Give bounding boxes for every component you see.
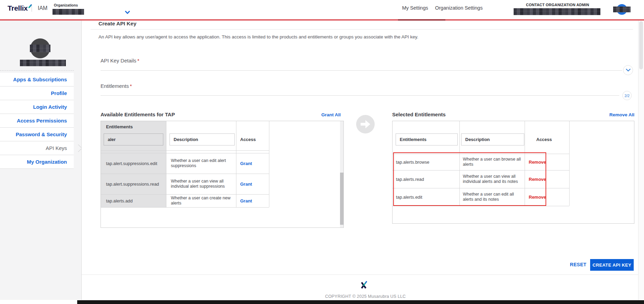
organization-name-redacted[interactable] <box>52 9 84 15</box>
page-scrollbar[interactable] <box>638 20 644 300</box>
entitlement-description: Whether a user can edit all alerts and i… <box>463 188 525 206</box>
reset-button[interactable]: RESET <box>570 262 586 267</box>
avatar-redacted <box>613 7 631 12</box>
entitlement-description: Whether a user can browse all alerts <box>463 154 525 170</box>
sidebar-item-label: Apps & Subscriptions <box>13 77 67 82</box>
column-header-entitlements: Entitlements <box>106 124 133 129</box>
remove-link[interactable]: Remove <box>529 188 563 206</box>
trellix-logo[interactable]: Trellix <box>8 4 28 12</box>
organizations-label: Organizations <box>54 3 78 7</box>
remove-link[interactable]: Remove <box>529 170 563 188</box>
page-description: An API key allows any user/agent to acce… <box>98 34 418 39</box>
grant-all-link[interactable]: Grant All <box>321 112 341 117</box>
sidebar: Apps & Subscriptions Profile Login Activ… <box>0 20 82 300</box>
selected-entitlements-table: Entitlements Description Access tap.aler… <box>392 121 634 224</box>
available-entitlements-title: Available Entitlements for TAP <box>101 112 175 117</box>
entitlement-description: Whether a user can view all individual a… <box>463 170 525 188</box>
product-name: IAM <box>38 5 47 11</box>
create-api-key-button[interactable]: CREATE API KEY <box>590 259 634 271</box>
sidebar-item-access-permissions[interactable]: Access Permissions <box>0 114 74 128</box>
active-item-pointer-icon <box>74 144 82 152</box>
sidebar-item-login-activity[interactable]: Login Activity <box>0 100 74 114</box>
create-api-key-panel: Create API Key An API key allows any use… <box>82 20 638 275</box>
top-header: Trellix IAM Organizations My Settings Or… <box>0 0 644 19</box>
move-to-selected-button[interactable] <box>356 115 375 134</box>
page-scrollbar-thumb[interactable] <box>639 21 643 69</box>
row-divider <box>101 207 269 208</box>
description-filter-input[interactable]: Description <box>169 133 235 145</box>
entitlement-description: Whether a user can view all individual a… <box>171 174 233 194</box>
entitlement-description: Whether a user can create new alerts <box>171 194 233 207</box>
entitlements-label: Entitlements* <box>101 83 132 89</box>
available-entitlements-table: Entitlements aler Description Access tap… <box>101 121 344 228</box>
sidebar-item-label: Password & Security <box>16 131 67 137</box>
grant-link[interactable]: Grant <box>240 174 268 194</box>
entitlement-name: tap.alerts.read <box>396 170 458 188</box>
title-divider <box>91 29 633 30</box>
contact-organization-admin-label: CONTACT ORGANIZATION ADMIN <box>526 3 589 7</box>
entitlements-filter-input[interactable]: aler <box>104 133 163 145</box>
bottom-bar <box>77 300 644 304</box>
profile-name-redacted <box>20 60 66 66</box>
sidebar-item-label: Profile <box>51 90 67 96</box>
section-divider <box>101 95 619 96</box>
entitlements-text: Entitlements <box>101 83 129 89</box>
entitlement-name: tap.alert.suppressions.read <box>106 174 164 194</box>
api-key-details-text: API Key Details <box>101 58 136 63</box>
column-divider <box>569 121 570 206</box>
sidebar-item-password-security[interactable]: Password & Security <box>0 128 74 141</box>
sidebar-item-label: My Organization <box>27 159 67 165</box>
sidebar-item-label: API Keys <box>46 145 67 151</box>
sidebar-item-apps-subscriptions[interactable]: Apps & Subscriptions <box>0 73 74 86</box>
description-filter-input[interactable]: Description <box>461 133 524 145</box>
trellix-logo-text: Trellix <box>8 4 28 12</box>
required-marker: * <box>137 58 139 63</box>
entitlements-filter-input[interactable]: Entitlements <box>396 133 458 145</box>
table-scrollbar-thumb[interactable] <box>340 173 343 225</box>
sidebar-item-api-keys[interactable]: API Keys <box>0 141 74 155</box>
grant-link[interactable]: Grant <box>240 153 268 174</box>
sidebar-item-label: Login Activity <box>33 104 67 110</box>
api-key-details-label: API Key Details* <box>101 58 139 63</box>
entitlement-name: tap.alerts.browse <box>396 154 458 170</box>
active-tab-indicator <box>398 19 445 21</box>
header-rule <box>0 19 644 21</box>
profile-avatar-redacted <box>30 45 50 52</box>
page-title: Create API Key <box>98 21 137 27</box>
table-scrollbar[interactable] <box>340 121 343 227</box>
column-divider <box>459 121 460 206</box>
row-divider <box>101 150 269 151</box>
grant-link[interactable]: Grant <box>240 194 268 207</box>
header-divider <box>32 4 32 12</box>
sidebar-item-profile[interactable]: Profile <box>0 86 74 100</box>
entitlement-name: tap.alerts.add <box>106 194 164 207</box>
sidebar-menu: Apps & Subscriptions Profile Login Activ… <box>0 73 74 169</box>
sidebar-item-label: Access Permissions <box>17 118 67 124</box>
nav-organization-settings[interactable]: Organization Settings <box>435 5 483 11</box>
entitlements-count-badge: 2/2 <box>622 91 632 100</box>
required-marker: * <box>130 83 132 89</box>
copyright-text: COPYRIGHT © 2025 Musarubra US LLC <box>321 294 410 299</box>
nav-my-settings[interactable]: My Settings <box>402 5 428 11</box>
sidebar-item-my-organization[interactable]: My Organization <box>0 155 74 169</box>
remove-link[interactable]: Remove <box>529 154 563 170</box>
expand-api-key-details-button[interactable] <box>623 65 633 75</box>
column-header-access: Access <box>240 137 256 142</box>
content-bottom-divider <box>82 274 638 275</box>
remove-all-link[interactable]: Remove All <box>609 112 634 117</box>
entitlement-name: tap.alerts.edit <box>396 188 458 206</box>
selected-entitlements-title: Selected Entitlements <box>392 112 446 117</box>
entitlement-description: Whether a user can edit alert suppressio… <box>171 153 233 174</box>
sidebar-divider <box>0 70 74 71</box>
column-divider <box>269 121 269 207</box>
entitlement-name: tap.alert.suppressions.edit <box>106 153 164 174</box>
contact-admin-redacted <box>514 8 600 15</box>
chevron-down-icon[interactable] <box>125 11 130 14</box>
section-divider <box>101 70 622 71</box>
row-divider <box>393 206 569 206</box>
column-header-access: Access <box>536 137 552 142</box>
trellix-x-logo <box>359 280 368 290</box>
chevron-down-icon <box>626 69 631 72</box>
